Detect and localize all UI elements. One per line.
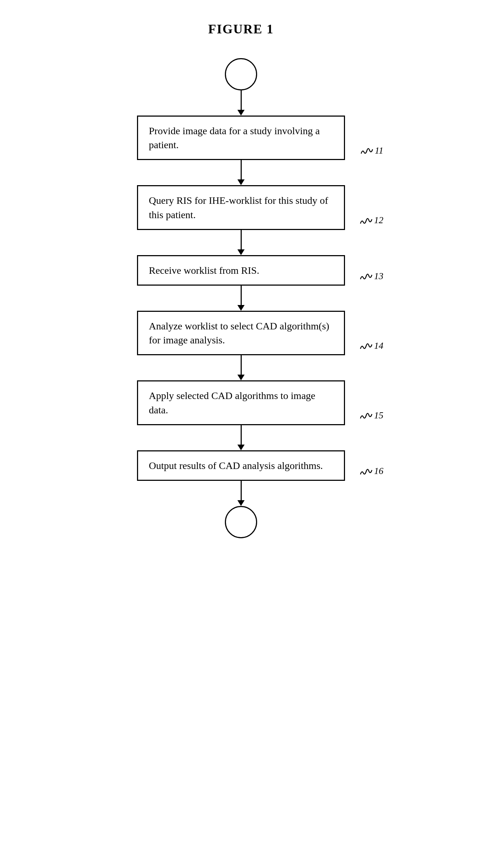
step-15-ref: 15 bbox=[360, 409, 383, 422]
arrow-head bbox=[237, 445, 245, 450]
arrow-head bbox=[237, 375, 245, 380]
arrow-line bbox=[241, 160, 242, 179]
flowchart: Provide image data for a study involving… bbox=[115, 58, 367, 538]
arrow-line bbox=[241, 355, 242, 375]
arrow-3 bbox=[237, 230, 245, 255]
step-15-label: Apply selected CAD algorithms to image d… bbox=[149, 390, 315, 415]
step-12-box: Query RIS for IHE-worklist for this stud… bbox=[137, 185, 345, 230]
ref-12: 12 bbox=[374, 214, 383, 227]
arrow-1 bbox=[237, 90, 245, 116]
end-circle bbox=[225, 506, 257, 538]
arrow-6 bbox=[237, 425, 245, 450]
ref-16: 16 bbox=[374, 465, 383, 478]
page-container: FIGURE 1 Provide image data for a study … bbox=[0, 0, 482, 868]
step-15-box: Apply selected CAD algorithms to image d… bbox=[137, 380, 345, 425]
arrow-4 bbox=[237, 286, 245, 311]
arrow-head bbox=[237, 500, 245, 506]
ref-15: 15 bbox=[374, 409, 383, 422]
ref-13: 13 bbox=[374, 270, 383, 283]
step-16-box: Output results of CAD analysis algorithm… bbox=[137, 450, 345, 481]
arrow-5 bbox=[237, 355, 245, 380]
arrow-line bbox=[241, 425, 242, 445]
arrow-head bbox=[237, 305, 245, 311]
arrow-line bbox=[241, 481, 242, 500]
step-14-label: Analyze worklist to select CAD algorithm… bbox=[149, 320, 329, 346]
figure-title: FIGURE 1 bbox=[208, 22, 274, 37]
arrow-7 bbox=[237, 481, 245, 506]
step-11-ref: 11 bbox=[360, 144, 383, 157]
step-13-label: Receive worklist from RIS. bbox=[149, 265, 259, 276]
arrow-head bbox=[237, 249, 245, 255]
step-12-label: Query RIS for IHE-worklist for this stud… bbox=[149, 195, 328, 220]
start-circle bbox=[225, 58, 257, 90]
ref-11: 11 bbox=[375, 144, 383, 157]
step-16-label: Output results of CAD analysis algorithm… bbox=[149, 460, 323, 471]
step-11-label: Provide image data for a study involving… bbox=[149, 125, 320, 150]
arrow-line bbox=[241, 90, 242, 110]
arrow-2 bbox=[237, 160, 245, 185]
step-16-ref: 16 bbox=[360, 465, 383, 478]
arrow-head bbox=[237, 110, 245, 116]
arrow-line bbox=[241, 286, 242, 305]
step-12-ref: 12 bbox=[360, 214, 383, 227]
arrow-line bbox=[241, 230, 242, 249]
arrow-head bbox=[237, 179, 245, 185]
step-14-ref: 14 bbox=[360, 339, 383, 352]
step-14-box: Analyze worklist to select CAD algorithm… bbox=[137, 311, 345, 355]
ref-14: 14 bbox=[374, 339, 383, 352]
step-13-ref: 13 bbox=[360, 270, 383, 283]
step-11-box: Provide image data for a study involving… bbox=[137, 116, 345, 160]
step-13-box: Receive worklist from RIS. 13 bbox=[137, 255, 345, 286]
